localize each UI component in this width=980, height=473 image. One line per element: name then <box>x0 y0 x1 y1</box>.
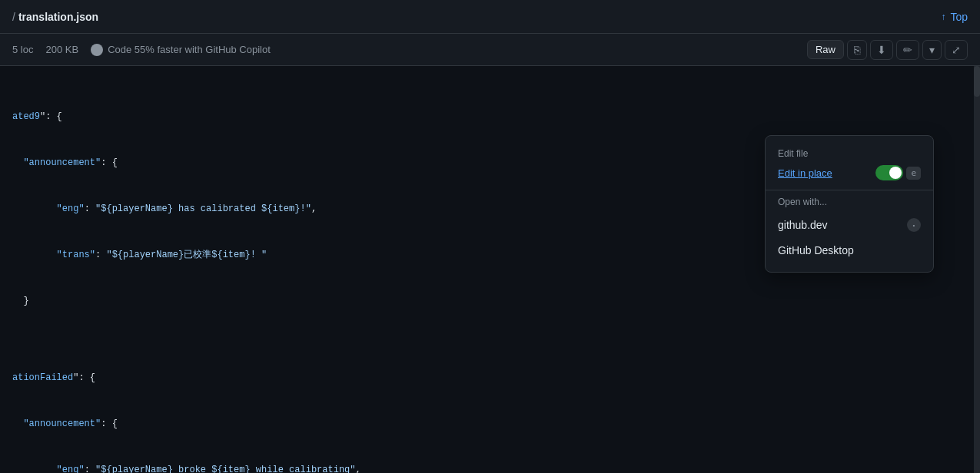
file-meta-bar: 5 loc 200 KB ✦ Code 55% faster with GitH… <box>0 34 980 66</box>
copilot-text: Code 55% faster with GitHub Copilot <box>108 44 271 55</box>
toggle-key-badge: e <box>906 167 921 180</box>
top-bar: / translation.json ↑ Top <box>0 0 980 34</box>
code-area: ated9": { "announcement": { "eng": "${pl… <box>0 66 980 473</box>
top-arrow-icon: ↑ <box>941 12 945 22</box>
top-action[interactable]: ↑ Top <box>941 11 968 23</box>
file-meta-left: 5 loc 200 KB ✦ Code 55% faster with GitH… <box>12 44 271 56</box>
edit-in-place-toggle[interactable] <box>875 165 903 180</box>
edit-file-section: Edit file Edit in place e <box>766 142 933 190</box>
dropdown-menu: Edit file Edit in place e Open with... g… <box>765 135 934 273</box>
breadcrumb-filename: translation.json <box>18 11 98 23</box>
edit-in-place-row: Edit in place e <box>778 165 921 180</box>
edit-file-title: Edit file <box>778 148 921 159</box>
file-loc: 5 loc <box>12 44 33 55</box>
github-dev-item[interactable]: github.dev • <box>766 212 933 238</box>
toggle-group: e <box>875 165 921 180</box>
expand-button[interactable]: ⤢ <box>945 40 968 60</box>
code-line: ated9": { <box>12 109 980 124</box>
code-line: } <box>12 293 980 309</box>
code-line: "eng": "${playerName} broke ${item} whil… <box>12 462 980 473</box>
top-label: Top <box>950 11 968 23</box>
github-dev-icon: • <box>907 218 921 232</box>
edit-button[interactable]: ✏ <box>896 40 919 60</box>
github-dev-label: github.dev <box>778 219 828 231</box>
open-with-section: Open with... github.dev • GitHub Desktop <box>766 190 933 266</box>
file-meta-right: Raw ⎘ ⬇ ✏ ▾ ⤢ <box>807 40 968 60</box>
download-button[interactable]: ⬇ <box>870 40 893 60</box>
copy-button[interactable]: ⎘ <box>847 40 867 60</box>
file-size: 200 KB <box>45 44 78 55</box>
copilot-icon: ✦ <box>91 44 103 56</box>
scrollbar-thumb[interactable] <box>974 66 980 97</box>
code-line: "announcement": { <box>12 416 980 432</box>
github-desktop-label: GitHub Desktop <box>778 244 854 256</box>
code-line: ationFailed": { <box>12 370 980 385</box>
breadcrumb: / translation.json <box>12 11 98 23</box>
copilot-badge[interactable]: ✦ Code 55% faster with GitHub Copilot <box>91 44 271 56</box>
open-with-label: Open with... <box>766 197 933 212</box>
raw-button[interactable]: Raw <box>807 40 844 59</box>
scrollbar[interactable] <box>974 66 980 473</box>
breadcrumb-slash: / <box>12 11 15 23</box>
edit-in-place-link[interactable]: Edit in place <box>778 167 832 179</box>
more-options-button[interactable]: ▾ <box>922 40 942 60</box>
github-desktop-item[interactable]: GitHub Desktop <box>766 238 933 263</box>
